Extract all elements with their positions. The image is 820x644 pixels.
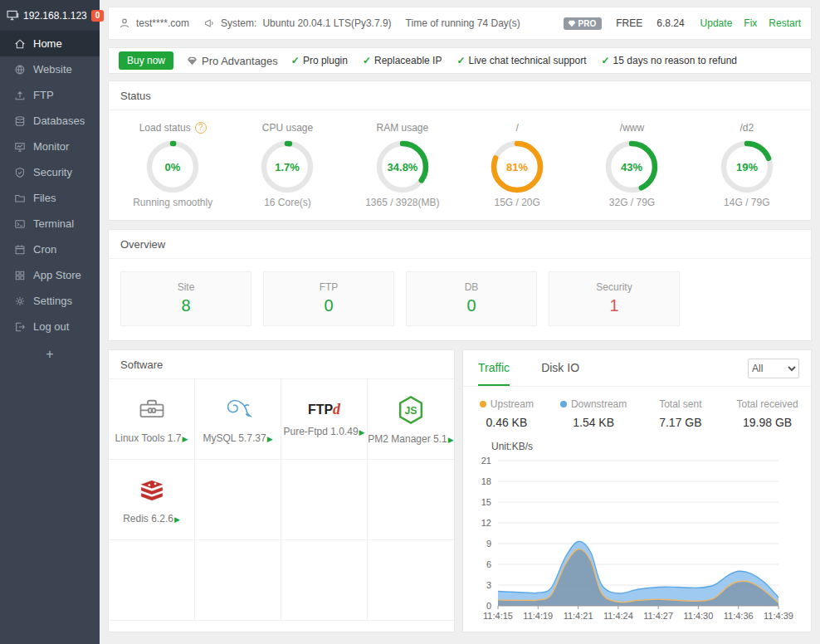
cron-icon bbox=[14, 244, 26, 256]
software-linux-tools[interactable]: Linux Tools 1.7▶ bbox=[109, 379, 195, 460]
nodejs-icon: JS bbox=[395, 394, 427, 426]
gauge-cpu-usage[interactable]: CPU usage1.7%16 Core(s) bbox=[230, 120, 344, 208]
stat-value: 1.54 KB bbox=[550, 416, 637, 429]
software-empty-cell bbox=[195, 540, 281, 621]
card-value: 0 bbox=[264, 296, 393, 315]
software-title: Software bbox=[109, 350, 454, 379]
stat-upstream: Upstream0.46 KB bbox=[463, 398, 550, 429]
shield-icon bbox=[14, 167, 26, 178]
sidebar: 192.168.1.123 0 HomeWebsiteFTPDatabasesM… bbox=[0, 0, 100, 644]
svg-text:81%: 81% bbox=[506, 161, 528, 173]
sidebar-item-terminal[interactable]: Terminal bbox=[0, 211, 100, 237]
software-label: Redis 6.2.6▶ bbox=[123, 513, 180, 524]
gauge-title: RAM usage bbox=[376, 122, 428, 134]
gauge-www[interactable]: /www43%32G / 79G bbox=[574, 120, 689, 208]
add-menu-button[interactable]: + bbox=[0, 339, 100, 369]
software-grid: Linux Tools 1.7▶MySQL 5.7.37▶FTPdPure-Ft… bbox=[109, 379, 454, 621]
software-redis[interactable]: Redis 6.2.6▶ bbox=[109, 460, 195, 540]
gauge-d2[interactable]: /d219%14G / 79G bbox=[690, 120, 804, 208]
user-icon bbox=[119, 17, 130, 29]
promo-feature: ✓Replaceable IP bbox=[363, 55, 442, 66]
time-range-select[interactable]: All bbox=[748, 359, 799, 378]
username[interactable]: test****.com bbox=[136, 17, 189, 29]
gauge-load-status[interactable]: Load status?0%Running smoothly bbox=[115, 120, 230, 208]
server-selector[interactable]: 192.168.1.123 0 bbox=[0, 0, 100, 31]
software-pm2-manager[interactable]: JSPM2 Manager 5.1▶ bbox=[368, 379, 454, 460]
pro-badge[interactable]: PRO bbox=[564, 17, 603, 30]
overview-card-security[interactable]: Security1 bbox=[549, 271, 680, 326]
mysql-dolphin-icon bbox=[222, 395, 255, 425]
sidebar-item-home[interactable]: Home bbox=[0, 31, 100, 56]
ftp-icon bbox=[14, 90, 26, 101]
svg-text:11:4:15: 11:4:15 bbox=[483, 611, 513, 621]
traffic-area-chart: 03691215182111:4:1511:4:1911:4:2111:4:24… bbox=[465, 454, 795, 625]
svg-text:11:4:39: 11:4:39 bbox=[764, 611, 793, 621]
sidebar-item-log-out[interactable]: Log out bbox=[0, 314, 100, 339]
status-panel: Status Load status?0%Running smoothlyCPU… bbox=[108, 80, 812, 221]
tab-traffic[interactable]: Traffic bbox=[478, 350, 510, 386]
sidebar-menu: HomeWebsiteFTPDatabasesMonitorSecurityFi… bbox=[0, 31, 100, 339]
svg-text:11:4:30: 11:4:30 bbox=[683, 611, 713, 621]
tab-disk-io[interactable]: Disk IO bbox=[541, 350, 579, 386]
stat-label: Total received bbox=[737, 398, 798, 410]
overview-card-ftp[interactable]: FTP0 bbox=[263, 271, 394, 326]
gauge-caption: 16 Core(s) bbox=[264, 197, 311, 208]
sidebar-item-label: Monitor bbox=[33, 140, 69, 153]
stat-total-received: Total received19.98 GB bbox=[724, 398, 811, 429]
running-indicator-icon: ▶ bbox=[182, 435, 188, 443]
svg-text:11:4:24: 11:4:24 bbox=[603, 611, 633, 621]
svg-text:15: 15 bbox=[481, 497, 491, 507]
overview-card-db[interactable]: DB0 bbox=[406, 271, 537, 326]
fix-link[interactable]: Fix bbox=[744, 17, 757, 29]
gauge-ram-usage[interactable]: RAM usage34.8%1365 / 3928(MB) bbox=[345, 120, 460, 208]
software-label: PM2 Manager 5.1▶ bbox=[368, 433, 453, 445]
sidebar-item-security[interactable]: Security bbox=[0, 159, 100, 185]
software-label: Linux Tools 1.7▶ bbox=[115, 432, 188, 444]
running-indicator-icon: ▶ bbox=[359, 428, 365, 437]
help-icon[interactable]: ? bbox=[195, 122, 207, 134]
gauge-caption: 32G / 79G bbox=[609, 197, 655, 208]
gauge-caption: 1365 / 3928(MB) bbox=[365, 197, 439, 208]
buy-now-button[interactable]: Buy now bbox=[119, 51, 173, 70]
overview-card-site[interactable]: Site8 bbox=[120, 271, 251, 326]
stat-downstream: Downstream1.54 KB bbox=[550, 398, 637, 429]
overview-cards: Site8FTP0DB0Security1 bbox=[109, 259, 811, 340]
sidebar-item-monitor[interactable]: Monitor bbox=[0, 134, 100, 159]
promo-feature: ✓Pro plugin bbox=[291, 55, 348, 66]
server-ip: 192.168.1.123 bbox=[23, 10, 87, 22]
sidebar-item-app-store[interactable]: App Store bbox=[0, 262, 100, 288]
software-mysql[interactable]: MySQL 5.7.37▶ bbox=[195, 379, 281, 460]
gear-icon bbox=[14, 295, 26, 307]
sidebar-item-ftp[interactable]: FTP bbox=[0, 82, 100, 108]
promo-bar: Buy now Pro Advantages ✓Pro plugin✓Repla… bbox=[108, 47, 812, 74]
software-empty-cell bbox=[109, 540, 195, 621]
gauge-title: Load status bbox=[139, 122, 191, 134]
svg-text:34.8%: 34.8% bbox=[387, 161, 417, 173]
sidebar-item-cron[interactable]: Cron bbox=[0, 237, 100, 262]
sidebar-item-label: Cron bbox=[33, 243, 56, 256]
appstore-icon bbox=[14, 270, 26, 281]
sidebar-item-settings[interactable]: Settings bbox=[0, 288, 100, 314]
gauge-ring: 0% bbox=[145, 139, 200, 194]
restart-link[interactable]: Restart bbox=[769, 17, 801, 29]
sidebar-item-label: Website bbox=[33, 63, 72, 76]
promo-features: ✓Pro plugin✓Replaceable IP✓Live chat tec… bbox=[291, 55, 737, 66]
check-icon: ✓ bbox=[363, 55, 371, 66]
software-empty-cell bbox=[195, 460, 281, 540]
overview-panel: Overview Site8FTP0DB0Security1 bbox=[108, 229, 812, 341]
pro-advantages[interactable]: Pro Advantages bbox=[187, 55, 278, 67]
app-root: 192.168.1.123 0 HomeWebsiteFTPDatabasesM… bbox=[0, 0, 820, 644]
top-bar: test****.com System: Ubuntu 20.04.1 LTS(… bbox=[108, 7, 812, 40]
svg-text:11:4:19: 11:4:19 bbox=[523, 611, 553, 621]
gauge-caption: 14G / 79G bbox=[724, 197, 769, 208]
svg-text:3: 3 bbox=[486, 580, 491, 590]
gauge-[interactable]: /81%15G / 20G bbox=[460, 120, 574, 208]
running-indicator-icon: ▶ bbox=[174, 515, 180, 524]
software-pure-ftpd[interactable]: FTPdPure-Ftpd 1.0.49▶ bbox=[281, 379, 368, 460]
terminal-icon bbox=[14, 218, 26, 230]
card-value: 0 bbox=[407, 296, 536, 315]
sidebar-item-files[interactable]: Files bbox=[0, 185, 100, 211]
update-link[interactable]: Update bbox=[700, 17, 733, 29]
sidebar-item-website[interactable]: Website bbox=[0, 56, 100, 82]
sidebar-item-databases[interactable]: Databases bbox=[0, 108, 100, 134]
